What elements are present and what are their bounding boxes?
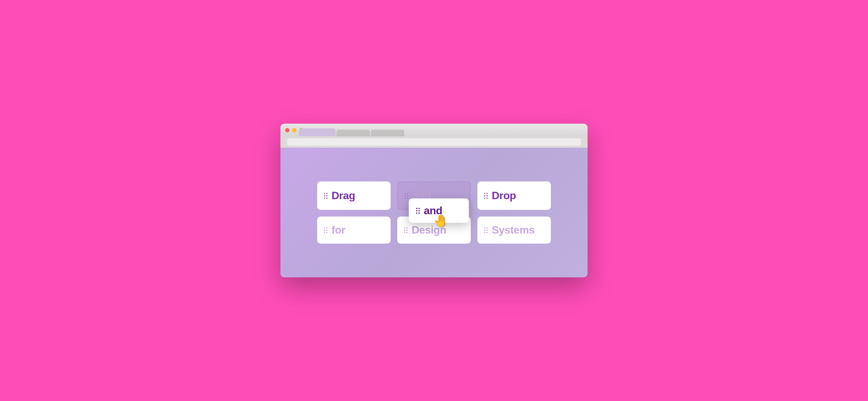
drag-handle-systems xyxy=(484,227,488,233)
drag-handle-design xyxy=(404,227,408,233)
close-button[interactable] xyxy=(285,128,289,132)
word-label-systems: Systems xyxy=(492,224,534,236)
url-input[interactable] xyxy=(287,138,581,146)
drag-handle-drop xyxy=(484,193,488,199)
browser-tab-1[interactable] xyxy=(299,128,336,136)
browser-window: Drag and Drop xyxy=(280,124,588,277)
drag-handle-for xyxy=(324,227,328,233)
word-card-drag[interactable]: Drag xyxy=(317,181,391,210)
dragged-card-label: and xyxy=(424,204,442,217)
browser-tab-3[interactable] xyxy=(371,130,404,136)
word-card-drop[interactable]: Drop xyxy=(477,181,551,210)
drag-handle-placeholder xyxy=(405,193,408,199)
word-label-drag: Drag xyxy=(332,190,355,202)
browser-urlbar xyxy=(280,136,588,148)
browser-content: Drag and Drop xyxy=(280,148,588,277)
drag-handle-dragged xyxy=(416,207,420,213)
word-label-for: for xyxy=(332,224,345,236)
browser-tab-2[interactable] xyxy=(337,130,370,136)
word-card-for[interactable]: for xyxy=(317,217,391,244)
word-card-systems[interactable]: Systems xyxy=(477,217,551,244)
dragged-card-and[interactable]: and xyxy=(409,199,469,223)
word-label-design: Design xyxy=(412,224,446,236)
minimize-button[interactable] xyxy=(292,128,297,132)
drag-handle-drag xyxy=(324,193,328,199)
browser-titlebar xyxy=(280,124,588,136)
word-label-drop: Drop xyxy=(492,190,516,202)
